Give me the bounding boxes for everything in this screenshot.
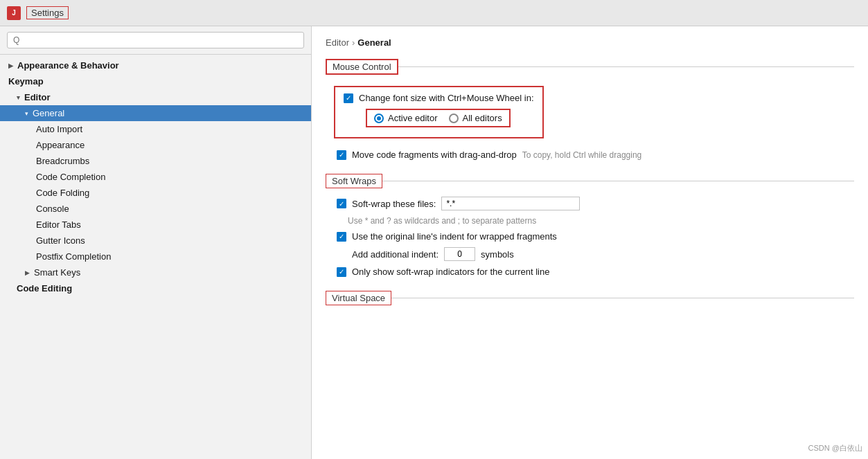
sidebar-tree: ▶ Appearance & Behavior Keymap ▾ Editor … — [0, 55, 311, 459]
mouse-control-title: Mouse Control — [326, 59, 398, 75]
soft-wrap-files-label: Soft-wrap these files: — [352, 199, 436, 209]
only-show-indicators-row: Only show soft-wrap indicators for the c… — [337, 267, 854, 277]
sidebar-item-label: Postfix Completion — [36, 251, 111, 262]
add-indent-label2: symbols — [481, 249, 514, 260]
app-icon: J — [7, 6, 21, 20]
soft-wrap-files-input[interactable] — [441, 197, 580, 210]
breadcrumb-part1: Editor — [326, 37, 349, 48]
soft-wrap-files-row: Soft-wrap these files: — [337, 197, 854, 210]
move-code-checkbox[interactable] — [337, 150, 346, 160]
sidebar-item-appearance-behavior[interactable]: ▶ Appearance & Behavior — [0, 57, 311, 73]
sidebar-item-label: Appearance & Behavior — [17, 60, 119, 71]
sidebar-item-auto-import[interactable]: Auto Import — [0, 121, 311, 137]
breadcrumb-part2: General — [357, 37, 391, 48]
sidebar-item-label: Gutter Icons — [36, 235, 85, 246]
sidebar-item-label: Breadcrumbs — [36, 156, 89, 166]
sidebar-item-smart-keys[interactable]: ▶ Smart Keys — [0, 264, 311, 280]
watermark: CSDN @白依山 — [808, 443, 862, 453]
sidebar-item-code-editing[interactable]: Code Editing — [0, 280, 311, 296]
active-editor-option[interactable]: Active editor — [374, 113, 438, 123]
section-divider — [398, 66, 854, 67]
content-area: Editor › General Mouse Control Change fo… — [312, 26, 868, 459]
virtual-space-section: Virtual Space — [326, 291, 854, 305]
sidebar-item-label: Appearance — [36, 140, 85, 150]
all-editors-option[interactable]: All editors — [449, 113, 502, 123]
change-font-size-checkbox[interactable] — [344, 93, 353, 103]
soft-wraps-section: Soft Wraps Soft-wrap these files: Use * … — [326, 174, 854, 277]
search-bar — [0, 26, 311, 55]
soft-wrap-checkbox[interactable] — [337, 199, 346, 208]
sidebar-item-label: Console — [36, 204, 69, 214]
virtual-space-title: Virtual Space — [326, 291, 391, 305]
sidebar-item-label: Auto Import — [36, 124, 82, 134]
use-original-indent-label: Use the original line's indent for wrapp… — [352, 231, 557, 242]
breadcrumb-separator: › — [352, 37, 355, 48]
title-bar: J Settings — [0, 0, 868, 26]
soft-wraps-title: Soft Wraps — [326, 174, 382, 188]
only-show-indicators-checkbox[interactable] — [337, 267, 346, 277]
chevron-icon: ▶ — [8, 62, 13, 69]
sidebar-item-code-completion[interactable]: Code Completion — [0, 169, 311, 185]
sidebar-item-keymap[interactable]: Keymap — [0, 73, 311, 89]
sidebar-item-breadcrumbs[interactable]: Breadcrumbs — [0, 153, 311, 169]
sidebar-item-editor[interactable]: ▾ Editor — [0, 89, 311, 105]
change-font-size-row: Change font size with Ctrl+Mouse Wheel i… — [344, 93, 534, 103]
sidebar-item-general[interactable]: ▾ General — [0, 105, 311, 121]
title-bar-title: Settings — [26, 6, 69, 19]
search-input[interactable] — [7, 32, 304, 48]
section-divider — [382, 181, 854, 181]
editor-radio-group: Active editor All editors — [366, 109, 511, 127]
sidebar-item-label: Code Folding — [36, 188, 89, 198]
sidebar-item-console[interactable]: Console — [0, 201, 311, 217]
move-code-fragments-row: Move code fragments with drag-and-drop T… — [337, 150, 854, 160]
all-editors-radio[interactable] — [449, 114, 459, 123]
move-code-label: Move code fragments with drag-and-drop — [352, 150, 517, 160]
add-indent-label1: Add additional indent: — [352, 249, 439, 260]
main-layout: ▶ Appearance & Behavior Keymap ▾ Editor … — [0, 26, 868, 459]
sidebar-item-appearance[interactable]: Appearance — [0, 137, 311, 153]
add-indent-input[interactable] — [444, 247, 475, 261]
mouse-control-section: Mouse Control Change font size with Ctrl… — [326, 59, 854, 160]
sidebar: ▶ Appearance & Behavior Keymap ▾ Editor … — [0, 26, 312, 459]
sidebar-item-code-folding[interactable]: Code Folding — [0, 185, 311, 201]
section-divider — [391, 298, 854, 298]
sidebar-item-label: Code Completion — [36, 172, 105, 182]
active-editor-label: Active editor — [388, 113, 438, 123]
chevron-icon: ▶ — [25, 269, 30, 276]
sidebar-item-label: Smart Keys — [34, 267, 80, 278]
add-indent-row: Add additional indent: symbols — [337, 247, 854, 261]
sidebar-item-label: Editor — [24, 92, 51, 102]
virtual-space-header: Virtual Space — [326, 291, 854, 305]
soft-wraps-header: Soft Wraps — [326, 174, 854, 188]
use-original-indent-row: Use the original line's indent for wrapp… — [337, 231, 854, 242]
sidebar-item-label: Code Editing — [17, 283, 72, 294]
sidebar-item-gutter-icons[interactable]: Gutter Icons — [0, 233, 311, 249]
active-editor-radio[interactable] — [374, 114, 384, 123]
only-show-indicators-label: Only show soft-wrap indicators for the c… — [352, 267, 549, 277]
sidebar-item-label: General — [33, 108, 64, 118]
mouse-control-header: Mouse Control — [326, 59, 854, 75]
change-font-size-label: Change font size with Ctrl+Mouse Wheel i… — [359, 93, 534, 103]
sidebar-item-editor-tabs[interactable]: Editor Tabs — [0, 217, 311, 233]
chevron-icon: ▾ — [17, 94, 20, 101]
sidebar-item-postfix-completion[interactable]: Postfix Completion — [0, 249, 311, 264]
change-font-size-box: Change font size with Ctrl+Mouse Wheel i… — [334, 86, 544, 138]
sidebar-item-label: Keymap — [8, 76, 44, 87]
sidebar-item-label: Editor Tabs — [36, 219, 81, 230]
chevron-icon: ▾ — [25, 110, 28, 117]
breadcrumb: Editor › General — [326, 37, 854, 48]
soft-wrap-hint: Use * and ? as wildcards and ; to separa… — [348, 216, 854, 226]
move-code-hint: To copy, hold Ctrl while dragging — [522, 150, 642, 160]
all-editors-label: All editors — [463, 113, 502, 123]
use-original-indent-checkbox[interactable] — [337, 232, 346, 242]
